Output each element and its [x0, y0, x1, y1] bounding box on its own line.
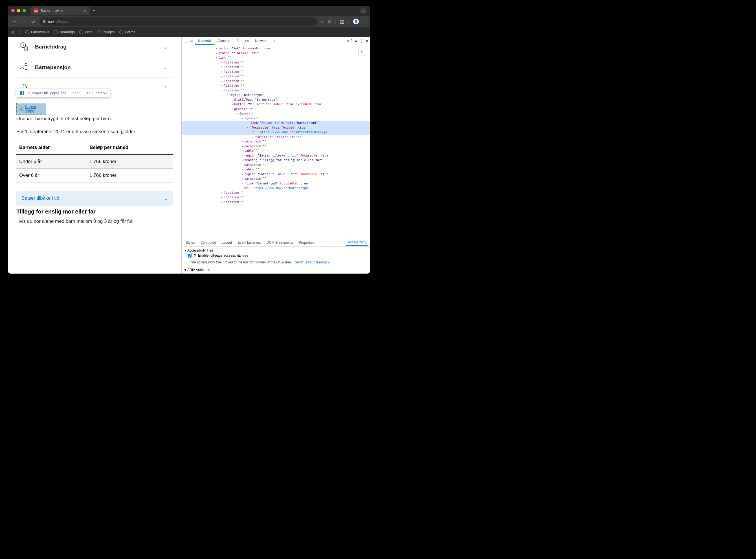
forward-button[interactable]: → — [20, 19, 27, 25]
close-tab-button[interactable]: ✕ — [83, 8, 86, 13]
hand-person-icon — [19, 62, 29, 72]
paragraph: Fra 1. september 2024 er det disse satse… — [16, 128, 173, 135]
url-bar[interactable]: ⊟ nav.no/satser — [40, 17, 317, 26]
toolbar: ← → ⟳ ⊟ nav.no/satser ☆ ⧉ | ▥ | 👤 ⋮ — [8, 16, 370, 27]
reading-list-icon[interactable]: ▥ — [340, 19, 344, 24]
rates-table: Barnets alder Beløp per måned Under 6 år… — [16, 141, 173, 182]
table-header: Beløp per måned — [87, 141, 173, 155]
devtools-tabs: ⬚ ▱ Elements Console Sources Network » ⊗… — [182, 37, 370, 45]
anchor-badge-icon — [20, 91, 24, 95]
a11y-images[interactable]: Images — [97, 30, 115, 34]
reload-button[interactable]: ⟳ — [30, 18, 37, 25]
favicon-icon: nav — [34, 8, 38, 13]
settings-icon[interactable]: ⚙ — [355, 39, 358, 43]
feedback-link[interactable]: Send us your feedback. — [295, 260, 330, 264]
chevron-down-icon: ⌄ — [164, 196, 168, 201]
a11y-tree-section: ▾Accessibility Tree ⚗ Enable full-page a… — [182, 246, 370, 266]
a11y-panel-button[interactable]: ♿ — [358, 48, 366, 56]
close-window-button[interactable] — [11, 9, 15, 13]
toolbar-icons: ☆ ⧉ | ▥ | 👤 ⋮ — [320, 19, 367, 24]
chevron-down-icon: ⌄ — [163, 65, 167, 70]
accessibility-tree[interactable]: ♿ ▸button "Søk" focusable: true ▸status … — [182, 45, 370, 238]
accordion-title: Barnebidrag — [35, 44, 158, 50]
grid-icon[interactable]: ⊞ — [11, 30, 14, 34]
inspect-picker-icon[interactable]: ⬚ — [183, 38, 189, 44]
device-toolbar-icon[interactable]: ▱ — [189, 38, 194, 44]
titlebar: nav Satser - nav.no ✕ + ⌄ — [8, 6, 370, 16]
extensions-icon[interactable]: ⧉ — [328, 19, 331, 24]
maximize-window-button[interactable] — [23, 9, 26, 13]
page-content: Ordinær barnetrygd er et fast beløp per … — [8, 115, 181, 225]
expand-icon[interactable]: ▾ — [184, 268, 186, 272]
back-button[interactable]: ← — [11, 19, 18, 25]
minimize-window-button[interactable] — [17, 9, 20, 13]
close-devtools-icon[interactable]: ✕ — [365, 39, 369, 43]
svg-point-4 — [23, 65, 23, 65]
heading: Tillegg for enslig mor eller far — [16, 208, 173, 215]
more-tabs-icon[interactable]: » — [271, 37, 279, 45]
devtools: ⬚ ▱ Elements Console Sources Network » ⊗… — [181, 37, 370, 273]
tab-console[interactable]: Console — [215, 37, 233, 45]
copy-link[interactable]: 🔗 Kopier lenke — [19, 104, 44, 113]
svg-point-3 — [24, 64, 25, 64]
a11y-headings[interactable]: Headings — [53, 30, 75, 34]
tab-network[interactable]: Network — [252, 37, 270, 45]
btab-accessibility[interactable]: Accessibility — [346, 239, 369, 246]
tab-title: Satser - nav.no — [41, 9, 63, 13]
inspected-element-highlight: 🔗 Kopier lenke — [16, 104, 46, 114]
table-row: Under 6 år 1 766 kroner — [16, 155, 173, 169]
aria-attributes-section: ▾ARIA Attributes — [182, 266, 370, 273]
webpage: Barnebidrag ⌄ Barnepensjon ⌄ Barnetrygd … — [8, 37, 181, 273]
fullpage-a11y-checkbox[interactable] — [188, 254, 192, 258]
btab-styles[interactable]: Styles — [183, 240, 197, 246]
paragraph: Hvis du bor alene med barn mellom 0 og 3… — [16, 218, 173, 225]
expand-icon[interactable]: ▾ — [184, 248, 186, 252]
content-area: Barnebidrag ⌄ Barnepensjon ⌄ Barnetrygd … — [8, 37, 370, 273]
btab-event-listeners[interactable]: Event Listeners — [235, 240, 263, 246]
a11y-lists[interactable]: Lists — [79, 30, 92, 34]
back-in-time-expander[interactable]: Satser tilbake i tid ⌄ — [16, 191, 173, 206]
more-icon[interactable]: ⋮ — [360, 39, 363, 43]
clock-pencil-icon — [19, 42, 29, 52]
bookmark-icon[interactable]: ☆ — [320, 19, 324, 24]
tab-elements[interactable]: Elements — [195, 37, 215, 45]
svg-point-2 — [25, 64, 27, 66]
new-tab-button[interactable]: + — [92, 8, 95, 13]
a11y-landmarks[interactable]: Landmarks — [25, 30, 49, 34]
profile-icon[interactable]: 👤 — [353, 19, 359, 24]
accordion-title: Barnepensjon — [35, 64, 158, 70]
site-settings-icon[interactable]: ⊟ — [43, 20, 46, 23]
chevron-up-icon: ⌃ — [163, 86, 167, 91]
inspect-tooltip: a.copyLink_copyLink__PgaZp 109.98 × 53.5… — [16, 89, 110, 97]
a11y-toolbar: ⊞ Landmarks Headings Lists Images Forms — [8, 27, 370, 37]
btab-layout[interactable]: Layout — [220, 240, 234, 246]
selected-tree-node[interactable]: link "Kopier lenke til: "Barnetrygd"" — [182, 121, 370, 126]
a11y-forms[interactable]: Forms — [119, 30, 135, 34]
back-in-time-label: Satser tilbake i tid — [21, 196, 59, 201]
accordion-barnebidrag[interactable]: Barnebidrag ⌄ — [16, 37, 173, 57]
flask-icon: ⚗ — [193, 253, 196, 258]
paragraph: Ordinær barnetrygd er et fast beløp per … — [16, 115, 173, 122]
btab-properties[interactable]: Properties — [297, 240, 317, 246]
accordion-barnepensjon[interactable]: Barnepensjon ⌄ — [16, 57, 173, 78]
tooltip-dimensions: 109.98 × 53.59 — [84, 91, 107, 95]
url-text: nav.no/satser — [48, 20, 70, 24]
btab-computed[interactable]: Computed — [198, 240, 218, 246]
btab-dom-breakpoints[interactable]: DOM Breakpoints — [264, 240, 296, 246]
devtools-bottom-tabs: Styles Computed Layout Event Listeners D… — [182, 238, 370, 246]
table-header: Barnets alder — [16, 141, 87, 155]
chevron-down-icon: ⌄ — [163, 44, 167, 50]
menu-icon[interactable]: ⋮ — [363, 19, 367, 24]
error-badge[interactable]: ⊗ 2 — [347, 39, 352, 43]
table-row: Over 6 år 1 766 kroner — [16, 169, 173, 182]
tabs-dropdown-button[interactable]: ⌄ — [360, 7, 367, 14]
tab-sources[interactable]: Sources — [234, 37, 252, 45]
browser-window: nav Satser - nav.no ✕ + ⌄ ← → ⟳ ⊟ nav.no… — [8, 6, 370, 273]
tooltip-selector: a.copyLink_copyLink__PgaZp — [28, 91, 81, 95]
link-icon: 🔗 — [19, 107, 24, 111]
traffic-lights — [11, 9, 26, 13]
browser-tab[interactable]: nav Satser - nav.no ✕ — [30, 6, 90, 15]
